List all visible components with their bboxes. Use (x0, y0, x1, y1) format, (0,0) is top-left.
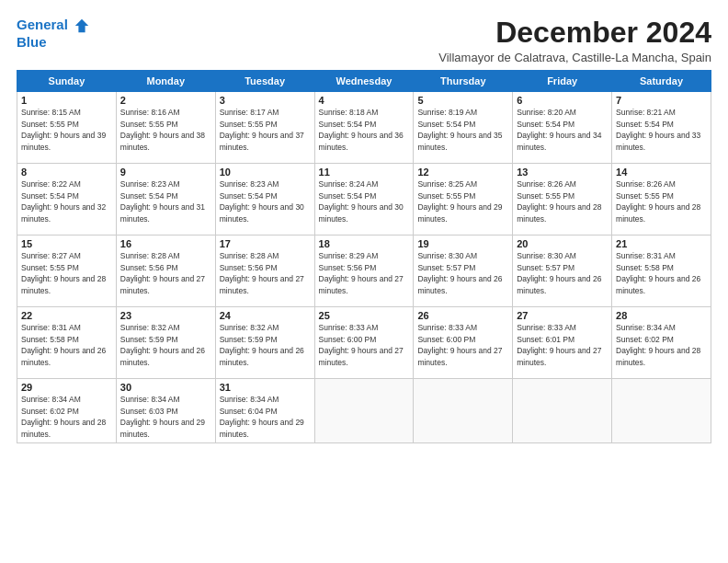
day-number: 25 (319, 310, 410, 321)
table-row: 13 Sunrise: 8:26 AMSunset: 5:55 PMDaylig… (513, 164, 612, 236)
day-info: Sunrise: 8:27 AMSunset: 5:55 PMDaylight:… (21, 251, 106, 294)
table-row: 17 Sunrise: 8:28 AMSunset: 5:56 PMDaylig… (215, 236, 314, 307)
day-info: Sunrise: 8:32 AMSunset: 5:59 PMDaylight:… (120, 323, 205, 366)
day-number: 13 (517, 167, 608, 178)
day-number: 4 (319, 95, 410, 106)
table-row: 11 Sunrise: 8:24 AMSunset: 5:54 PMDaylig… (314, 164, 414, 236)
day-info: Sunrise: 8:18 AMSunset: 5:54 PMDaylight:… (319, 108, 404, 151)
day-info: Sunrise: 8:28 AMSunset: 5:56 PMDaylight:… (220, 251, 304, 294)
day-info: Sunrise: 8:32 AMSunset: 5:59 PMDaylight:… (220, 323, 304, 366)
col-monday: Monday (116, 71, 215, 92)
title-block: December 2024 Villamayor de Calatrava, C… (438, 17, 711, 64)
day-info: Sunrise: 8:25 AMSunset: 5:55 PMDaylight:… (417, 179, 502, 223)
day-info: Sunrise: 8:34 AMSunset: 6:04 PMDaylight:… (220, 395, 304, 438)
day-number: 29 (21, 382, 112, 393)
logo-blue: Blue (17, 34, 90, 51)
day-number: 18 (319, 238, 410, 249)
day-number: 3 (220, 95, 311, 106)
table-row: 5 Sunrise: 8:19 AMSunset: 5:54 PMDayligh… (414, 92, 513, 164)
day-info: Sunrise: 8:34 AMSunset: 6:03 PMDaylight:… (120, 395, 205, 438)
day-number: 9 (120, 167, 211, 178)
logo: General Blue (17, 17, 90, 51)
day-info: Sunrise: 8:26 AMSunset: 5:55 PMDaylight:… (517, 179, 601, 223)
table-row: 21 Sunrise: 8:31 AMSunset: 5:58 PMDaylig… (612, 236, 711, 307)
day-info: Sunrise: 8:29 AMSunset: 5:56 PMDaylight:… (319, 251, 404, 294)
day-number: 15 (21, 238, 112, 249)
page: General Blue December 2024 Villamayor de… (0, 0, 728, 563)
table-row: 1 Sunrise: 8:15 AMSunset: 5:55 PMDayligh… (17, 92, 117, 164)
calendar-header-row: Sunday Monday Tuesday Wednesday Thursday… (17, 71, 711, 92)
day-info: Sunrise: 8:22 AMSunset: 5:54 PMDaylight:… (21, 179, 106, 223)
day-info: Sunrise: 8:33 AMSunset: 6:00 PMDaylight:… (417, 323, 502, 366)
day-info: Sunrise: 8:33 AMSunset: 6:01 PMDaylight:… (517, 323, 601, 366)
day-number: 30 (120, 382, 211, 393)
day-number: 24 (220, 310, 311, 321)
location-subtitle: Villamayor de Calatrava, Castille-La Man… (438, 51, 711, 64)
day-info: Sunrise: 8:23 AMSunset: 5:54 PMDaylight:… (220, 179, 304, 223)
day-info: Sunrise: 8:30 AMSunset: 5:57 PMDaylight:… (517, 251, 601, 294)
table-row: 6 Sunrise: 8:20 AMSunset: 5:54 PMDayligh… (513, 92, 612, 164)
table-row (314, 379, 414, 443)
day-info: Sunrise: 8:34 AMSunset: 6:02 PMDaylight:… (21, 395, 106, 438)
table-row: 9 Sunrise: 8:23 AMSunset: 5:54 PMDayligh… (116, 164, 215, 236)
day-number: 17 (220, 238, 311, 249)
day-info: Sunrise: 8:23 AMSunset: 5:54 PMDaylight:… (120, 179, 205, 223)
day-info: Sunrise: 8:17 AMSunset: 5:55 PMDaylight:… (220, 108, 304, 151)
table-row: 22 Sunrise: 8:31 AMSunset: 5:58 PMDaylig… (17, 307, 117, 379)
table-row: 27 Sunrise: 8:33 AMSunset: 6:01 PMDaylig… (513, 307, 612, 379)
day-number: 26 (417, 310, 508, 321)
table-row: 31 Sunrise: 8:34 AMSunset: 6:04 PMDaylig… (215, 379, 314, 443)
table-row: 15 Sunrise: 8:27 AMSunset: 5:55 PMDaylig… (17, 236, 117, 307)
day-info: Sunrise: 8:26 AMSunset: 5:55 PMDaylight:… (616, 179, 700, 223)
table-row: 10 Sunrise: 8:23 AMSunset: 5:54 PMDaylig… (215, 164, 314, 236)
col-tuesday: Tuesday (215, 71, 314, 92)
day-number: 14 (616, 167, 707, 178)
day-number: 7 (616, 95, 707, 106)
day-number: 6 (517, 95, 608, 106)
month-title: December 2024 (438, 17, 711, 49)
table-row (513, 379, 612, 443)
table-row: 18 Sunrise: 8:29 AMSunset: 5:56 PMDaylig… (314, 236, 414, 307)
logo-icon (74, 17, 90, 34)
table-row (414, 379, 513, 443)
day-number: 27 (517, 310, 608, 321)
table-row: 3 Sunrise: 8:17 AMSunset: 5:55 PMDayligh… (215, 92, 314, 164)
day-number: 1 (21, 95, 112, 106)
day-info: Sunrise: 8:33 AMSunset: 6:00 PMDaylight:… (319, 323, 404, 366)
table-row: 14 Sunrise: 8:26 AMSunset: 5:55 PMDaylig… (612, 164, 711, 236)
day-info: Sunrise: 8:34 AMSunset: 6:02 PMDaylight:… (616, 323, 700, 366)
table-row: 26 Sunrise: 8:33 AMSunset: 6:00 PMDaylig… (414, 307, 513, 379)
day-number: 21 (616, 238, 707, 249)
day-number: 31 (220, 382, 311, 393)
table-row: 2 Sunrise: 8:16 AMSunset: 5:55 PMDayligh… (116, 92, 215, 164)
day-info: Sunrise: 8:30 AMSunset: 5:57 PMDaylight:… (417, 251, 502, 294)
day-info: Sunrise: 8:21 AMSunset: 5:54 PMDaylight:… (616, 108, 700, 151)
col-thursday: Thursday (414, 71, 513, 92)
day-info: Sunrise: 8:31 AMSunset: 5:58 PMDaylight:… (616, 251, 700, 294)
day-number: 23 (120, 310, 211, 321)
table-row: 8 Sunrise: 8:22 AMSunset: 5:54 PMDayligh… (17, 164, 117, 236)
day-number: 12 (417, 167, 508, 178)
day-info: Sunrise: 8:16 AMSunset: 5:55 PMDaylight:… (120, 108, 205, 151)
day-info: Sunrise: 8:31 AMSunset: 5:58 PMDaylight:… (21, 323, 106, 366)
day-number: 2 (120, 95, 211, 106)
day-number: 8 (21, 167, 112, 178)
day-number: 22 (21, 310, 112, 321)
table-row: 29 Sunrise: 8:34 AMSunset: 6:02 PMDaylig… (17, 379, 117, 443)
day-info: Sunrise: 8:19 AMSunset: 5:54 PMDaylight:… (417, 108, 502, 151)
col-sunday: Sunday (17, 71, 117, 92)
day-info: Sunrise: 8:28 AMSunset: 5:56 PMDaylight:… (120, 251, 205, 294)
table-row: 19 Sunrise: 8:30 AMSunset: 5:57 PMDaylig… (414, 236, 513, 307)
table-row: 12 Sunrise: 8:25 AMSunset: 5:55 PMDaylig… (414, 164, 513, 236)
table-row: 24 Sunrise: 8:32 AMSunset: 5:59 PMDaylig… (215, 307, 314, 379)
col-wednesday: Wednesday (314, 71, 414, 92)
day-number: 16 (120, 238, 211, 249)
table-row: 16 Sunrise: 8:28 AMSunset: 5:56 PMDaylig… (116, 236, 215, 307)
day-info: Sunrise: 8:24 AMSunset: 5:54 PMDaylight:… (319, 179, 404, 223)
day-number: 28 (616, 310, 707, 321)
day-number: 5 (417, 95, 508, 106)
day-info: Sunrise: 8:20 AMSunset: 5:54 PMDaylight:… (517, 108, 601, 151)
table-row: 23 Sunrise: 8:32 AMSunset: 5:59 PMDaylig… (116, 307, 215, 379)
day-number: 11 (319, 167, 410, 178)
table-row (612, 379, 711, 443)
